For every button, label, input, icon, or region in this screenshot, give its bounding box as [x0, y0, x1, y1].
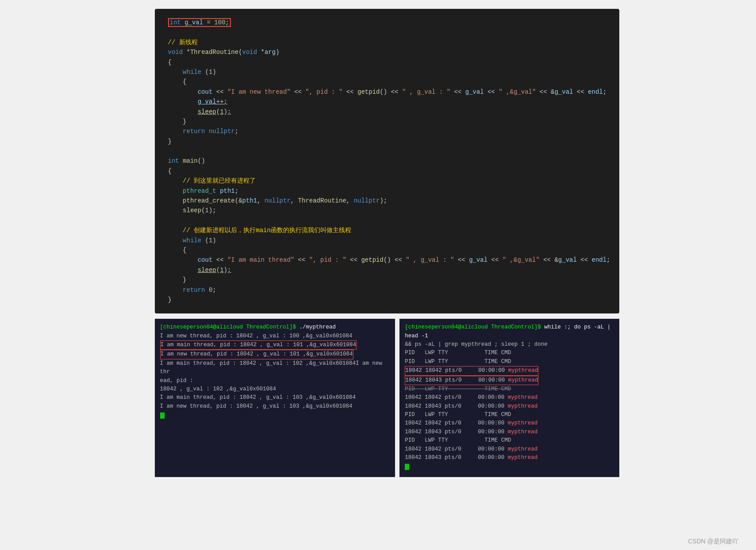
proc-line-2: 18042 18043 pts/0 00:00:00 mypthread	[405, 376, 538, 385]
proc-line-7: 18042 18042 pts/0 00:00:00 mypthread	[405, 445, 614, 454]
output-line-8: I am new thread, pid : 18042 , g_val : 1…	[160, 402, 390, 411]
output-line-2: I am main thread, pid : 18042 , g_val : …	[160, 340, 357, 350]
output-line-7: I am main thread, pid : 18042 , g_val : …	[160, 393, 390, 402]
output-line-5: ead, pid :	[160, 377, 390, 385]
output-line-3: I am new thread, pid : 18042 , g_val : 1…	[160, 350, 353, 359]
terminal-right: [chineseperson04@alicloud ThreadControl]…	[399, 319, 619, 477]
proc-line-3: 18042 18042 pts/0 00:00:00 mypthread	[405, 393, 614, 402]
main-container: int g_val = 100; // 新线程 void *ThreadRout…	[9, 9, 756, 477]
proc-line-5: 18042 18042 pts/0 00:00:00 mypthread	[405, 419, 614, 428]
header-1: PID LWP TTY TIME CMD	[405, 349, 614, 357]
terminals-row: [chineseperson04@alicloud ThreadControl]…	[155, 319, 619, 477]
watermark-text: CSDN @是阿建吖	[688, 538, 738, 545]
proc-line-6: 18042 18043 pts/0 00:00:00 mypthread	[405, 428, 614, 436]
cursor-left	[160, 412, 165, 419]
prompt-text: [chineseperson04@alicloud ThreadControl]…	[160, 324, 296, 330]
header-2: PID LWP TTY TIME CMD	[405, 358, 614, 366]
header-3: PID LWP TTY TIME CMD	[405, 385, 614, 393]
cursor-right	[405, 464, 409, 470]
watermark: CSDN @是阿建吖	[688, 538, 738, 546]
proc-line-8: 18042 18043 pts/0 00:00:00 mypthread	[405, 454, 614, 462]
proc-line-4: 18042 18043 pts/0 00:00:00 mypthread	[405, 402, 614, 411]
proc-line-1: 18042 18042 pts/0 00:00:00 mypthread	[405, 366, 538, 375]
terminal-right-prompt-2: && ps -aL | grep mypthread ; sleep 1 ; d…	[405, 340, 614, 349]
prompt-text-r: [chineseperson04@alicloud ThreadControl]…	[405, 324, 541, 330]
terminal-right-prompt-1: [chineseperson04@alicloud ThreadControl]…	[405, 323, 614, 340]
header-4: PID LWP TTY TIME CMD	[405, 411, 614, 419]
command-text: ./mypthread	[299, 324, 336, 330]
output-line-4: I am main thread, pid : 18042 , g_val : …	[160, 359, 390, 377]
output-line-6: 18042 , g_val : 102 ,&g_val0x601084	[160, 385, 390, 393]
output-line-1: I am new thread, pid : 18042 , g_val : 1…	[160, 332, 390, 340]
code-editor: int g_val = 100; // 新线程 void *ThreadRout…	[155, 9, 619, 313]
header-5: PID LWP TTY TIME CMD	[405, 436, 614, 445]
terminal-left: [chineseperson04@alicloud ThreadControl]…	[155, 319, 395, 477]
page-wrapper: int g_val = 100; // 新线程 void *ThreadRout…	[9, 9, 756, 550]
terminal-left-prompt: [chineseperson04@alicloud ThreadControl]…	[160, 323, 390, 332]
